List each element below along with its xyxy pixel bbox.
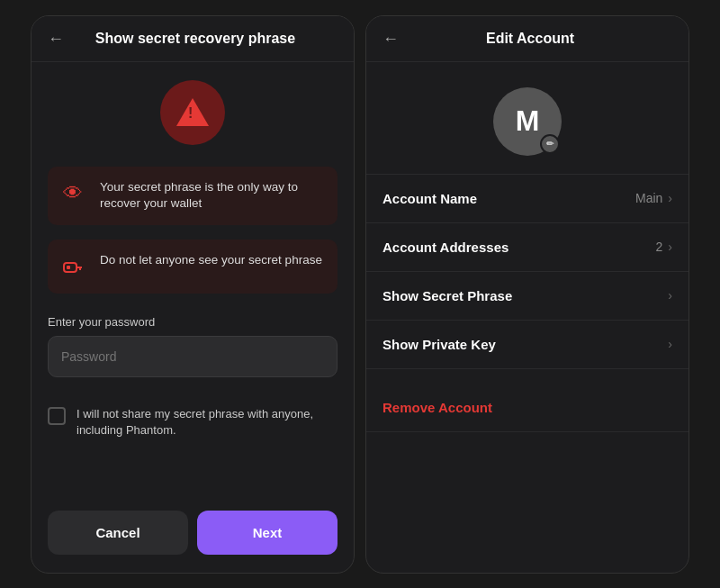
account-addresses-value: 2 bbox=[656, 240, 663, 254]
checkbox-label: I will not share my secret phrase with a… bbox=[76, 406, 338, 439]
chevron-right-icon-4: › bbox=[668, 337, 672, 351]
avatar-section: M ✏ bbox=[366, 62, 688, 174]
menu-item-remove-account[interactable]: Remove Account bbox=[366, 384, 688, 432]
menu-item-show-secret[interactable]: Show Secret Phrase › bbox=[366, 272, 688, 321]
right-screen-title: Edit Account bbox=[410, 31, 651, 47]
screens-container: ← Show secret recovery phrase 👁 Your sec… bbox=[16, 1, 704, 588]
menu-list: Account Name Main › Account Addresses 2 … bbox=[366, 174, 688, 573]
right-back-button[interactable]: ← bbox=[382, 31, 399, 47]
avatar: M ✏ bbox=[493, 87, 562, 156]
chevron-right-icon: › bbox=[668, 191, 672, 205]
svg-rect-1 bbox=[67, 266, 70, 269]
left-header: ← Show secret recovery phrase bbox=[32, 16, 354, 62]
account-name-value: Main bbox=[635, 191, 662, 205]
pencil-icon: ✏ bbox=[546, 139, 554, 149]
key-icon bbox=[58, 252, 87, 281]
remove-account-label: Remove Account bbox=[382, 400, 672, 415]
show-secret-label: Show Secret Phrase bbox=[382, 288, 668, 303]
cancel-button[interactable]: Cancel bbox=[48, 511, 188, 555]
menu-item-show-private-key[interactable]: Show Private Key › bbox=[366, 321, 688, 369]
avatar-letter: M bbox=[516, 104, 540, 138]
chevron-right-icon-2: › bbox=[668, 240, 672, 254]
menu-item-account-addresses[interactable]: Account Addresses 2 › bbox=[366, 223, 688, 272]
account-addresses-label: Account Addresses bbox=[382, 240, 656, 255]
right-screen: ← Edit Account M ✏ Account Name Main › A… bbox=[365, 15, 689, 574]
show-private-key-label: Show Private Key bbox=[382, 337, 668, 352]
info-text-share: Do not let anyone see your secret phrase bbox=[100, 252, 327, 269]
button-row: Cancel Next bbox=[32, 496, 354, 573]
agreement-checkbox[interactable] bbox=[48, 407, 66, 425]
right-header: ← Edit Account bbox=[366, 16, 688, 62]
left-content: 👁 Your secret phrase is the only way to … bbox=[32, 62, 354, 496]
password-section: Enter your password bbox=[48, 315, 338, 377]
account-name-label: Account Name bbox=[382, 191, 635, 206]
password-input[interactable] bbox=[48, 336, 338, 377]
info-row-key: Do not let anyone see your secret phrase bbox=[48, 240, 338, 294]
info-row-eye: 👁 Your secret phrase is the only way to … bbox=[48, 167, 338, 226]
edit-avatar-button[interactable]: ✏ bbox=[540, 134, 560, 154]
menu-item-account-name[interactable]: Account Name Main › bbox=[366, 174, 688, 223]
menu-separator bbox=[366, 369, 688, 384]
left-screen-title: Show secret recovery phrase bbox=[75, 31, 316, 47]
left-screen: ← Show secret recovery phrase 👁 Your sec… bbox=[31, 15, 355, 574]
warning-triangle-icon bbox=[176, 98, 209, 126]
next-button[interactable]: Next bbox=[197, 511, 338, 555]
chevron-right-icon-3: › bbox=[668, 288, 672, 303]
warning-icon-container bbox=[48, 80, 338, 145]
password-label: Enter your password bbox=[48, 315, 338, 329]
warning-circle bbox=[160, 80, 225, 145]
eye-icon: 👁 bbox=[58, 179, 87, 208]
info-text-recovery: Your secret phrase is the only way to re… bbox=[100, 179, 327, 213]
left-back-button[interactable]: ← bbox=[48, 31, 64, 47]
checkbox-row: I will not share my secret phrase with a… bbox=[48, 406, 338, 439]
